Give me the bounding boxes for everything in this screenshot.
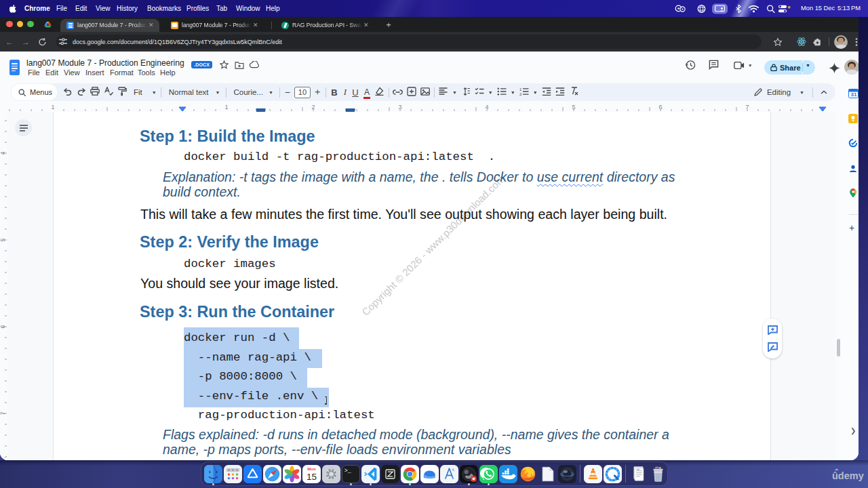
svg-text:1: 1 [51, 104, 54, 110]
svg-text:1: 1 [224, 104, 228, 110]
svg-text:31: 31 [851, 92, 857, 98]
svg-text:4: 4 [0, 151, 6, 155]
svg-text:6: 6 [0, 325, 6, 328]
svg-text:6: 6 [658, 104, 662, 110]
svg-text:4: 4 [485, 104, 488, 110]
svg-text:>_: >_ [344, 468, 352, 474]
svg-text:2: 2 [311, 104, 315, 110]
svg-text:2: 2 [519, 92, 522, 96]
svg-text:1: 1 [519, 87, 522, 92]
svg-text:5: 5 [0, 238, 6, 241]
svg-text:7: 7 [0, 411, 6, 415]
svg-text:15: 15 [307, 471, 317, 481]
svg-text:3: 3 [398, 104, 401, 110]
svg-text:5: 5 [572, 104, 575, 110]
svg-text:7: 7 [745, 104, 749, 110]
svg-text:Mon: Mon [307, 466, 316, 470]
